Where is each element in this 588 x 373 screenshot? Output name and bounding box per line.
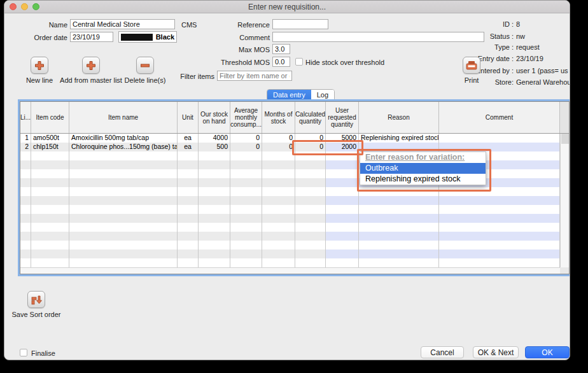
column-header-average-monthly-consump[interactable]: Average monthly consump... — [230, 102, 262, 133]
column-header-li[interactable]: Li... — [20, 102, 31, 133]
cell-unit — [178, 241, 199, 250]
cell-stock — [199, 241, 230, 250]
cell-avg — [230, 169, 262, 178]
ok-button[interactable]: OK — [525, 346, 570, 358]
save-sort-order-button[interactable] — [16, 291, 57, 308]
reason-option-outbreak[interactable]: Outbreak — [360, 163, 486, 174]
table-empty-row — [20, 214, 560, 223]
cell-avg — [230, 223, 262, 232]
cell-line — [20, 223, 31, 232]
column-header-calculated-quantity[interactable]: Calculated quantity — [295, 102, 326, 133]
cell-stock — [199, 214, 230, 223]
threshold-mos-input[interactable] — [272, 57, 290, 67]
cell-item-name — [69, 160, 178, 169]
cell-unit — [178, 258, 199, 267]
cell-line — [20, 214, 31, 223]
cell-requested — [326, 223, 359, 232]
cell-requested — [326, 160, 359, 169]
cell-calc — [295, 178, 326, 187]
minus-icon — [136, 57, 154, 74]
save-sort-label: Save Sort order — [6, 311, 67, 318]
finalise-checkbox[interactable] — [20, 349, 27, 356]
cell-unit: ea — [178, 134, 199, 143]
vertical-scrollbar[interactable] — [560, 134, 569, 267]
column-header-months-of-stock[interactable]: Months of stock — [262, 102, 295, 133]
cell-calc — [295, 223, 326, 232]
tab-data-entry[interactable]: Data entry — [267, 90, 311, 101]
order-date-input[interactable] — [70, 32, 113, 42]
cell-requested — [326, 250, 359, 258]
cell-months — [262, 151, 295, 160]
info-value: request — [516, 43, 540, 51]
vertical-scroll-thumb[interactable] — [561, 134, 569, 144]
column-header-item-name[interactable]: Item name — [69, 102, 178, 133]
table-empty-row — [20, 196, 560, 205]
cell-requested — [326, 205, 359, 214]
cell-requested — [326, 241, 359, 250]
delete-line-s-button[interactable]: Delete line(s) — [115, 57, 175, 84]
name-label: Name — [4, 21, 67, 29]
cell-reason — [359, 241, 439, 250]
cell-months: 0 — [262, 134, 295, 143]
reason-popup: Enter reason for variation: OutbreakRepl… — [360, 151, 486, 185]
cell-item-code — [31, 205, 69, 214]
cell-requested: 5000 — [326, 134, 359, 143]
cell-item-code — [31, 232, 69, 241]
name-input[interactable] — [70, 19, 175, 29]
max-mos-input[interactable] — [272, 44, 290, 54]
tab-log[interactable]: Log — [311, 90, 334, 101]
column-header-unit[interactable]: Unit — [178, 102, 199, 133]
reference-input[interactable] — [272, 19, 328, 29]
cell-reason — [359, 223, 439, 232]
cell-item-name — [69, 232, 178, 241]
horizontal-scrollbar[interactable] — [20, 267, 560, 274]
cell-months — [262, 232, 295, 241]
cell-calc — [295, 151, 326, 160]
toolbar-label: Delete line(s) — [115, 76, 175, 84]
cell-requested — [326, 232, 359, 241]
cell-months — [262, 169, 295, 178]
cell-stock — [199, 258, 230, 267]
cancel-button[interactable]: Cancel — [421, 346, 464, 358]
cell-unit — [178, 178, 199, 187]
cell-comment — [439, 196, 560, 205]
cell-item-name — [69, 258, 178, 267]
ok-next-button[interactable]: OK & Next — [473, 346, 519, 358]
cell-months — [262, 187, 295, 196]
column-header-reason[interactable]: Reason — [359, 102, 439, 133]
table-row[interactable]: 1amo500tAmoxicillin 500mg tab/capea40000… — [20, 134, 560, 143]
column-header-comment[interactable]: Comment — [439, 102, 560, 133]
cell-months — [262, 178, 295, 187]
cell-reason — [359, 196, 439, 205]
table-empty-row — [20, 258, 560, 267]
cell-item-name — [69, 241, 178, 250]
cell-requested — [326, 151, 359, 160]
reference-label: Reference — [214, 21, 270, 29]
cell-line — [20, 241, 31, 250]
cell-item-code: amo500t — [31, 134, 69, 143]
filter-items-input[interactable] — [217, 71, 292, 81]
cell-comment — [439, 241, 560, 250]
cell-item-code: chlp150t — [31, 143, 69, 151]
info-value: General Warehou — [516, 78, 570, 86]
color-dropdown[interactable]: Black — [118, 31, 177, 43]
title-bar[interactable]: Enter new requisition... — [4, 1, 570, 13]
cell-line — [20, 205, 31, 214]
hide-stock-checkbox[interactable] — [295, 58, 303, 66]
add-from-master-list-button[interactable]: Add from master list — [58, 57, 124, 84]
column-header-user-requested-quantity[interactable]: User requested quantity — [326, 102, 359, 133]
cell-unit — [178, 214, 199, 223]
cell-months — [262, 160, 295, 169]
column-header-item-code[interactable]: Item code — [31, 102, 69, 133]
cell-months — [262, 223, 295, 232]
print-button[interactable]: Print — [451, 57, 492, 84]
cell-avg — [230, 214, 262, 223]
cell-item-code — [31, 258, 69, 267]
cell-avg — [230, 178, 262, 187]
table-row[interactable]: 2chlp150tChloroquine phos...150mg (base)… — [20, 143, 560, 151]
cell-stock — [199, 187, 230, 196]
reason-option-replenishing-expired-stock[interactable]: Replenishing expired stock — [360, 174, 486, 185]
info-value: user 1 (pass= us — [516, 67, 568, 74]
column-header-our-stock-on-hand[interactable]: Our stock on hand — [199, 102, 230, 133]
cell-line: 2 — [20, 143, 31, 151]
